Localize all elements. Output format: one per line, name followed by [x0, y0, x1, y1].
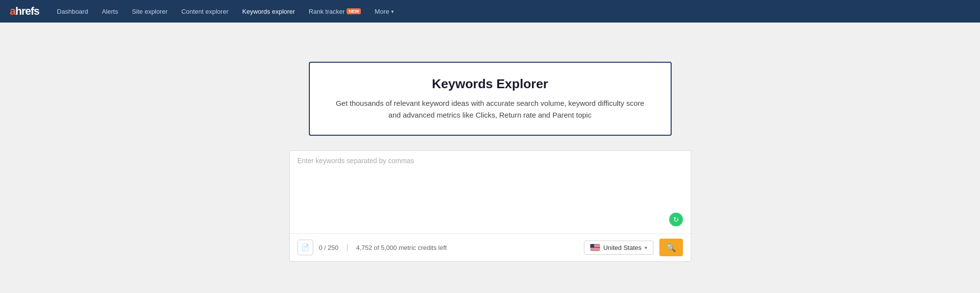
nav-item-site-explorer[interactable]: Site explorer: [126, 0, 174, 23]
chevron-down-icon: ▾: [391, 9, 394, 14]
logo: ahrefs: [10, 5, 39, 18]
refresh-button[interactable]: ↻: [669, 213, 683, 226]
nav-item-more[interactable]: More ▾: [369, 0, 400, 23]
hero-description: Get thousands of relevant keyword ideas …: [329, 98, 651, 121]
search-button[interactable]: 🔍: [659, 239, 683, 256]
nav-item-rank-tracker[interactable]: Rank tracker NEW: [303, 0, 367, 23]
nav-item-keywords-explorer[interactable]: Keywords explorer: [236, 0, 301, 23]
keyword-input-area: ↻: [290, 151, 691, 233]
country-label: United States: [603, 244, 641, 251]
us-flag-icon: [590, 244, 600, 251]
search-footer-bar: 📄 0 / 250 | 4,752 of 5,000 metric credit…: [290, 233, 691, 261]
refresh-icon: ↻: [673, 216, 679, 223]
chevron-down-icon: ▾: [645, 245, 647, 250]
nav-item-dashboard[interactable]: Dashboard: [51, 0, 94, 23]
file-upload-button[interactable]: 📄: [298, 240, 313, 255]
logo-hrefs: hrefs: [15, 5, 39, 17]
logo-a: a: [10, 5, 15, 17]
search-container: ↻ 📄 0 / 250 | 4,752 of 5,000 metric cred…: [289, 150, 691, 262]
separator: |: [346, 243, 348, 252]
keyword-count: 0 / 250: [319, 244, 339, 251]
hero-box: Keywords Explorer Get thousands of relev…: [309, 62, 672, 136]
nav-item-content-explorer[interactable]: Content explorer: [176, 0, 234, 23]
main-content: Keywords Explorer Get thousands of relev…: [0, 23, 980, 293]
hero-title: Keywords Explorer: [329, 76, 651, 92]
new-badge: NEW: [347, 8, 361, 14]
search-icon: 🔍: [666, 243, 676, 252]
keyword-input[interactable]: [298, 157, 683, 225]
country-selector[interactable]: United States ▾: [584, 241, 653, 255]
navbar: ahrefs Dashboard Alerts Site explorer Co…: [0, 0, 980, 23]
credits-text: 4,752 of 5,000 metric credits left: [356, 244, 447, 251]
nav-item-alerts[interactable]: Alerts: [96, 0, 124, 23]
nav-menu: Dashboard Alerts Site explorer Content e…: [51, 0, 400, 23]
file-icon: 📄: [301, 244, 309, 251]
